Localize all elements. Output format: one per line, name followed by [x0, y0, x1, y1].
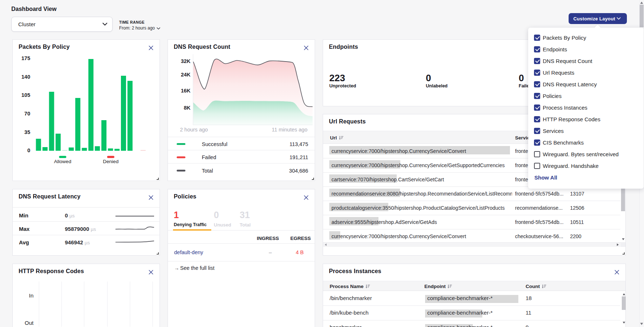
svg-text:Successful: Successful	[202, 141, 227, 147]
svg-text:8K: 8K	[184, 105, 191, 111]
svg-text:304,686: 304,686	[289, 168, 308, 174]
svg-text:105: 105	[21, 92, 30, 98]
svg-text:Denied: Denied	[103, 159, 119, 164]
svg-text:In: In	[29, 292, 34, 299]
svg-text:2 hours ago: 2 hours ago	[180, 127, 208, 133]
svg-text:24K: 24K	[181, 72, 191, 78]
svg-text:0: 0	[27, 147, 30, 153]
svg-text:175: 175	[21, 55, 30, 61]
svg-text:Allowed: Allowed	[54, 159, 71, 164]
svg-text:32K: 32K	[181, 58, 191, 64]
svg-text:Out: Out	[25, 320, 34, 326]
svg-text:191,211: 191,211	[290, 154, 308, 160]
svg-text:113,475: 113,475	[290, 141, 308, 147]
svg-text:16K: 16K	[181, 88, 191, 94]
svg-text:Total: Total	[202, 168, 213, 174]
svg-text:11 minutes ago: 11 minutes ago	[272, 127, 307, 133]
svg-text:Failed: Failed	[202, 154, 216, 160]
svg-text:140: 140	[21, 74, 30, 80]
svg-text:35: 35	[24, 129, 30, 135]
svg-text:70: 70	[24, 111, 30, 117]
